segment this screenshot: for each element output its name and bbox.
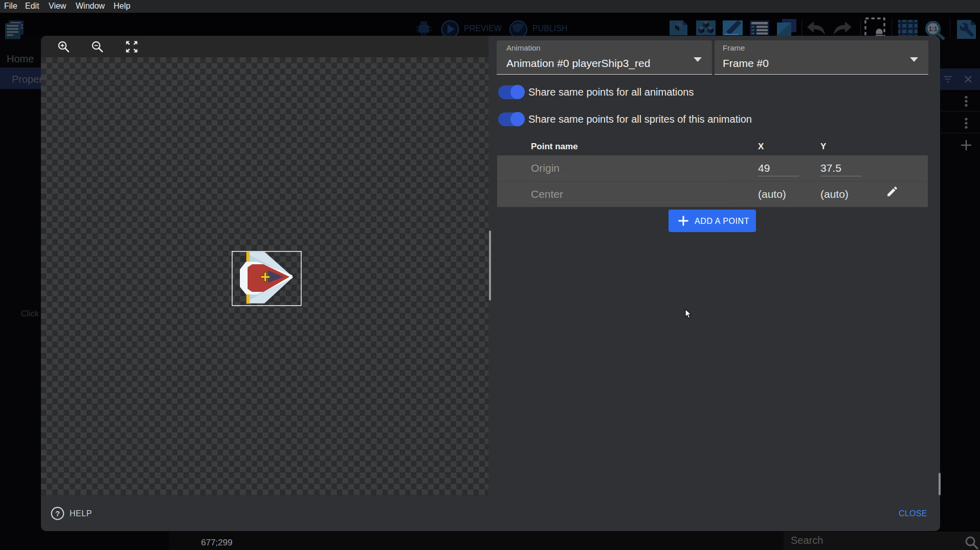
svg-text:?: ?	[55, 509, 60, 518]
svg-text:1:1: 1:1	[928, 26, 938, 33]
